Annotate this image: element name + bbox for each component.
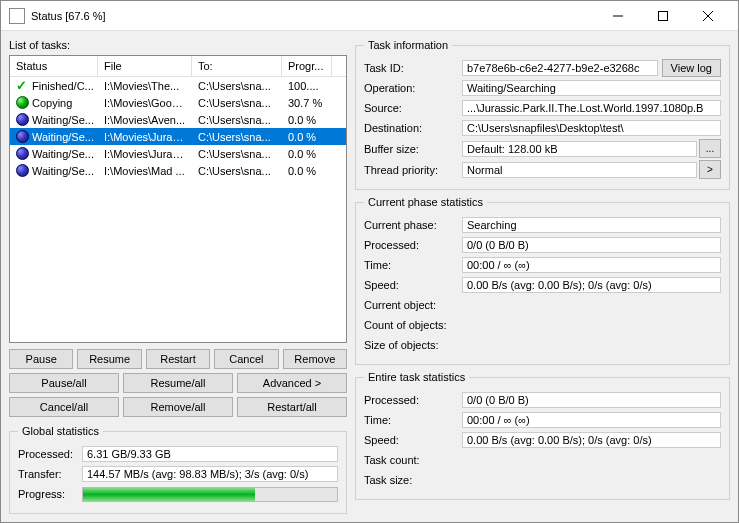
status-icon — [16, 130, 29, 143]
titlebar: Status [67.6 %] — [1, 1, 738, 31]
destination-label: Destination: — [364, 122, 462, 134]
close-button[interactable] — [685, 2, 730, 30]
maximize-button[interactable] — [640, 2, 685, 30]
status-icon — [16, 113, 29, 126]
task-size-label: Task size: — [364, 474, 462, 486]
view-log-button[interactable]: View log — [662, 59, 721, 77]
global-processed-value: 6.31 GB/9.33 GB — [82, 446, 338, 462]
task-information-group: Task information Task ID: b7e78e6b-c6e2-… — [355, 39, 730, 190]
current-phase-group: Current phase statistics Current phase:S… — [355, 196, 730, 365]
source-value: ...\Jurassic.Park.II.The.Lost.World.1997… — [462, 100, 721, 116]
global-statistics-group: Global statistics Processed: 6.31 GB/9.3… — [9, 425, 347, 514]
cancel-all-button[interactable]: Cancel/all — [9, 397, 119, 417]
progress-cell: 0.0 % — [282, 130, 332, 144]
entire-processed-label: Processed: — [364, 394, 462, 406]
phase-speed-label: Speed: — [364, 279, 462, 291]
pause-button[interactable]: Pause — [9, 349, 73, 369]
task-id-value: b7e78e6b-c6e2-4277-b9e2-e3268c — [462, 60, 658, 76]
file-cell: I:\Movies\Mad ... — [98, 164, 192, 178]
phase-processed-value: 0/0 (0 B/0 B) — [462, 237, 721, 253]
app-icon — [9, 8, 25, 24]
resume-all-button[interactable]: Resume/all — [123, 373, 233, 393]
thread-priority-value: Normal — [462, 162, 697, 178]
phase-time-label: Time: — [364, 259, 462, 271]
resume-button[interactable]: Resume — [77, 349, 141, 369]
progress-cell: 100.... — [282, 79, 332, 93]
to-cell: C:\Users\sna... — [192, 130, 282, 144]
current-phase-title: Current phase statistics — [364, 196, 487, 208]
status-text: Waiting/Se... — [32, 131, 94, 143]
status-text: Finished/C... — [32, 80, 94, 92]
file-cell: I:\Movies\Juras... — [98, 147, 192, 161]
table-row[interactable]: Waiting/Se...I:\Movies\Juras...C:\Users\… — [10, 145, 346, 162]
progress-cell: 30.7 % — [282, 96, 332, 110]
to-cell: C:\Users\sna... — [192, 164, 282, 178]
col-status[interactable]: Status — [10, 56, 98, 76]
count-objects-label: Count of objects: — [364, 319, 462, 331]
col-prog[interactable]: Progr... — [282, 56, 332, 76]
table-row[interactable]: CopyingI:\Movies\Goos...C:\Users\sna...3… — [10, 94, 346, 111]
buffer-size-value: Default: 128.00 kB — [462, 141, 697, 157]
entire-speed-value: 0.00 B/s (avg: 0.00 B/s); 0/s (avg: 0/s) — [462, 432, 721, 448]
global-statistics-title: Global statistics — [18, 425, 103, 437]
status-icon — [16, 164, 29, 177]
minimize-button[interactable] — [595, 2, 640, 30]
current-phase-label: Current phase: — [364, 219, 462, 231]
restart-button[interactable]: Restart — [146, 349, 210, 369]
operation-label: Operation: — [364, 82, 462, 94]
svg-rect-1 — [658, 11, 667, 20]
phase-processed-label: Processed: — [364, 239, 462, 251]
table-row[interactable]: ✓Finished/C...I:\Movies\The...C:\Users\s… — [10, 77, 346, 94]
destination-value: C:\Users\snapfiles\Desktop\test\ — [462, 120, 721, 136]
remove-button[interactable]: Remove — [283, 349, 347, 369]
task-information-title: Task information — [364, 39, 452, 51]
cancel-button[interactable]: Cancel — [214, 349, 278, 369]
buffer-size-label: Buffer size: — [364, 143, 462, 155]
to-cell: C:\Users\sna... — [192, 96, 282, 110]
task-id-label: Task ID: — [364, 62, 462, 74]
thread-priority-label: Thread priority: — [364, 164, 462, 176]
global-transfer-value: 144.57 MB/s (avg: 98.83 MB/s); 3/s (avg:… — [82, 466, 338, 482]
thread-priority-button[interactable]: > — [699, 160, 721, 179]
status-icon — [16, 96, 29, 109]
entire-time-value: 00:00 / ∞ (∞) — [462, 412, 721, 428]
progress-cell: 0.0 % — [282, 164, 332, 178]
global-progress-label: Progress: — [18, 488, 82, 500]
remove-all-button[interactable]: Remove/all — [123, 397, 233, 417]
to-cell: C:\Users\sna... — [192, 79, 282, 93]
table-row[interactable]: Waiting/Se...I:\Movies\Mad ...C:\Users\s… — [10, 162, 346, 179]
window-title: Status [67.6 %] — [31, 10, 595, 22]
task-list-header: Status File To: Progr... — [10, 56, 346, 77]
restart-all-button[interactable]: Restart/all — [237, 397, 347, 417]
global-progress-bar — [82, 487, 338, 502]
current-phase-value: Searching — [462, 217, 721, 233]
buffer-browse-button[interactable]: ... — [699, 139, 721, 158]
to-cell: C:\Users\sna... — [192, 113, 282, 127]
file-cell: I:\Movies\Goos... — [98, 96, 192, 110]
col-file[interactable]: File — [98, 56, 192, 76]
source-label: Source: — [364, 102, 462, 114]
file-cell: I:\Movies\Juras... — [98, 130, 192, 144]
status-text: Copying — [32, 97, 72, 109]
progress-cell: 0.0 % — [282, 147, 332, 161]
entire-time-label: Time: — [364, 414, 462, 426]
task-list[interactable]: Status File To: Progr... ✓Finished/C...I… — [9, 55, 347, 343]
file-cell: I:\Movies\The... — [98, 79, 192, 93]
status-text: Waiting/Se... — [32, 165, 94, 177]
task-count-label: Task count: — [364, 454, 462, 466]
advanced-button[interactable]: Advanced > — [237, 373, 347, 393]
status-text: Waiting/Se... — [32, 114, 94, 126]
global-processed-label: Processed: — [18, 448, 82, 460]
phase-speed-value: 0.00 B/s (avg: 0.00 B/s); 0/s (avg: 0/s) — [462, 277, 721, 293]
entire-task-title: Entire task statistics — [364, 371, 469, 383]
table-row[interactable]: Waiting/Se...I:\Movies\Aven...C:\Users\s… — [10, 111, 346, 128]
global-transfer-label: Transfer: — [18, 468, 82, 480]
phase-time-value: 00:00 / ∞ (∞) — [462, 257, 721, 273]
entire-task-group: Entire task statistics Processed:0/0 (0 … — [355, 371, 730, 500]
current-object-label: Current object: — [364, 299, 462, 311]
entire-processed-value: 0/0 (0 B/0 B) — [462, 392, 721, 408]
size-objects-label: Size of objects: — [364, 339, 462, 351]
table-row[interactable]: Waiting/Se...I:\Movies\Juras...C:\Users\… — [10, 128, 346, 145]
col-to[interactable]: To: — [192, 56, 282, 76]
pause-all-button[interactable]: Pause/all — [9, 373, 119, 393]
